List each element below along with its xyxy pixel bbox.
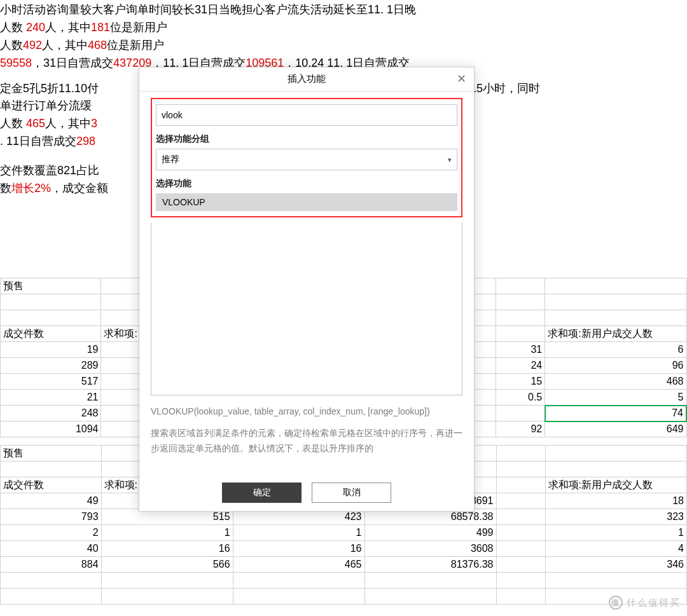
dialog-body: 选择功能分组 推荐 ▾ 选择功能 VLOOKUP VLOOKUP(lookup_…	[139, 92, 474, 474]
close-icon[interactable]: ✕	[454, 71, 469, 86]
ok-button[interactable]: 确定	[222, 483, 302, 503]
annotation-highlight: 选择功能分组 推荐 ▾ 选择功能 VLOOKUP	[151, 98, 462, 217]
col-header[interactable]: 成交件数	[1, 326, 101, 342]
chevron-down-icon: ▾	[448, 156, 452, 164]
watermark-text: 什么值得买	[627, 597, 681, 609]
presale-label[interactable]: 预售	[1, 446, 102, 462]
function-signature: VLOOKUP(lookup_value, table_array, col_i…	[151, 404, 462, 420]
col-header[interactable]: 求和项:新用户成交人数	[545, 477, 686, 493]
watermark: 值 什么值得买	[609, 596, 681, 610]
function-group-select[interactable]: 推荐 ▾	[156, 149, 457, 170]
insert-function-dialog: 插入功能 ✕ 选择功能分组 推荐 ▾ 选择功能 VLOOKUP VLOOKUP(…	[139, 67, 475, 512]
active-cell[interactable]: 74	[545, 406, 686, 421]
function-search-input[interactable]	[156, 104, 457, 126]
watermark-icon: 值	[609, 596, 623, 610]
table-row: 40161636084	[1, 541, 687, 557]
function-list[interactable]	[151, 222, 462, 395]
function-list-label: 选择功能	[156, 178, 457, 189]
function-description-text: 搜索表区域首列满足条件的元素，确定待检索单元格在区域中的行序号，再进一步返回选定…	[151, 426, 462, 456]
table-row	[1, 589, 687, 605]
col-header[interactable]: 求和项:新用户成交人数	[545, 326, 686, 342]
bg-line-1: 小时活动咨询量较大客户询单时间较长31日当晚担心客户流失活动延长至11. 1日晚	[0, 3, 416, 16]
table-row	[1, 573, 687, 589]
col-header[interactable]: 成交件数	[1, 477, 102, 493]
dialog-title: 插入功能	[288, 73, 326, 85]
presale-label[interactable]: 预售	[1, 278, 101, 294]
dialog-titlebar: 插入功能 ✕	[139, 67, 474, 92]
group-label: 选择功能分组	[156, 133, 457, 145]
table-row: 88456646581376.38346	[1, 557, 687, 573]
cancel-button[interactable]: 取消	[312, 483, 391, 503]
function-description: VLOOKUP(lookup_value, table_array, col_i…	[151, 404, 462, 474]
function-list-item[interactable]: VLOOKUP	[156, 193, 457, 211]
dialog-footer: 确定 取消	[139, 474, 474, 511]
table-row: 2114991	[1, 525, 687, 541]
select-value: 推荐	[162, 154, 179, 165]
